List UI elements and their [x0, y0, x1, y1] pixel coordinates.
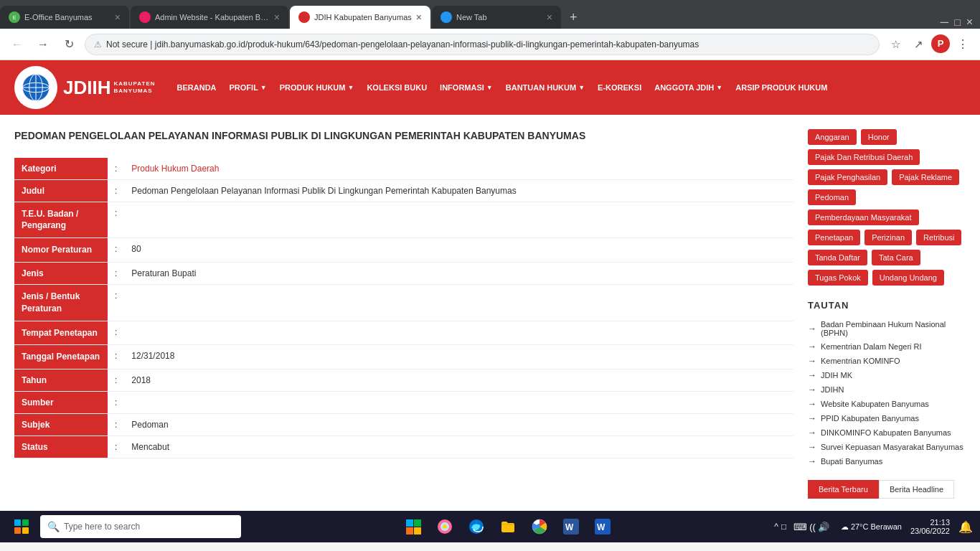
- colon-tempat: :: [108, 321, 124, 345]
- minimize-button[interactable]: ─: [941, 16, 948, 29]
- colon-subjek: :: [108, 414, 124, 436]
- svg-rect-10: [406, 519, 413, 527]
- tag-honor[interactable]: Honor: [861, 129, 897, 145]
- share-button[interactable]: ↗: [908, 34, 928, 55]
- system-tray: ^ □: [774, 522, 786, 532]
- table-row-jenis: Jenis : Peraturan Bupati: [14, 262, 793, 284]
- nav-ekoreksi[interactable]: E-KOREKSI: [598, 83, 641, 92]
- taskbar-icon-word[interactable]: W: [558, 514, 584, 540]
- tag-tugas-pokok[interactable]: Tugas Pokok: [808, 270, 868, 286]
- taskbar-icon-colorful1[interactable]: [432, 514, 458, 540]
- label-jenis-bentuk: Jenis / Bentuk Peraturan: [14, 284, 108, 321]
- toolbar-actions: ☆ ↗ P ⋮: [885, 34, 973, 55]
- system-tray-expand[interactable]: ^: [774, 522, 778, 532]
- svg-rect-13: [414, 527, 421, 534]
- nav-profil[interactable]: PROFIL ▼: [230, 83, 267, 92]
- tautan-jdihn[interactable]: →JDIHN: [808, 382, 966, 397]
- close-button[interactable]: ×: [966, 16, 973, 29]
- tautan-dinkominfo[interactable]: →DINKOMINFO Kabupaten Banyumas: [808, 425, 966, 440]
- taskbar-icon-chrome[interactable]: [527, 514, 552, 540]
- new-tab-button[interactable]: +: [562, 10, 585, 25]
- tab-admin[interactable]: Admin Website - Kabupaten Ban... ×: [131, 6, 288, 29]
- address-bar[interactable]: ⚠ Not secure | jdih.banyumaskab.go.id/pr…: [85, 34, 880, 55]
- value-tanggal: 12/31/2018: [124, 345, 793, 369]
- logo-text-block: JDIIH KABUPATEN BANYUMAS: [63, 78, 156, 97]
- nav-anggota-jdih[interactable]: ANGGOTA JDIH ▼: [654, 83, 722, 92]
- nav-informasi[interactable]: INFORMASI ▼: [440, 83, 493, 92]
- table-row-sumber: Sumber :: [14, 392, 793, 414]
- tag-pajak-reklame[interactable]: Pajak Reklame: [892, 169, 959, 185]
- tab-eoffice[interactable]: E E-Office Banyumas ×: [0, 6, 129, 29]
- berita-headline-tab[interactable]: Berita Headline: [879, 480, 954, 499]
- page-title: PEDOMAN PENGELOLAAN PELAYANAN INFORMASI …: [14, 129, 793, 143]
- taskbar-icon-windows[interactable]: [400, 514, 426, 540]
- tautan-title: TAUTAN: [808, 300, 966, 311]
- tag-pajak-penghasilan[interactable]: Pajak Penghasilan: [808, 169, 887, 185]
- tautan-jdihmk[interactable]: →JDIH MK: [808, 368, 966, 382]
- site-header: JDIIH KABUPATEN BANYUMAS BERANDA PROFIL …: [0, 60, 980, 115]
- more-button[interactable]: ⋮: [953, 34, 973, 55]
- back-button[interactable]: ←: [7, 34, 27, 55]
- reload-button[interactable]: ↻: [59, 34, 79, 55]
- restore-button[interactable]: □: [954, 17, 960, 28]
- tag-pajak-retribusi[interactable]: Pajak Dan Retribusi Daerah: [808, 149, 920, 165]
- notification-icon[interactable]: 🔔: [958, 520, 973, 534]
- tab-close-jdih[interactable]: ×: [416, 11, 422, 23]
- tautan-survei[interactable]: →Survei Kepuasan Masyarakat Banyumas: [808, 440, 966, 454]
- tab-close-eoffice[interactable]: ×: [115, 11, 121, 23]
- arrow-icon-website: →: [808, 399, 816, 409]
- tautan-website-kab[interactable]: →Website Kabupaten Banyumas: [808, 397, 966, 411]
- svg-rect-12: [406, 527, 413, 534]
- network-icon[interactable]: ((: [809, 522, 816, 532]
- taskbar-icon-edge[interactable]: [463, 514, 489, 540]
- tag-anggaran[interactable]: Anggaran: [808, 129, 857, 145]
- colon-jenis-bentuk: :: [108, 284, 124, 321]
- tab-newtab[interactable]: New Tab ×: [432, 6, 561, 29]
- tag-pemberdayaan[interactable]: Pemberdayaan Masyarakat: [808, 209, 919, 225]
- tag-tata-cara[interactable]: Tata Cara: [872, 250, 920, 265]
- value-status: Mencabut: [124, 436, 793, 458]
- tautan-kominfo[interactable]: →Kementrian KOMINFO: [808, 354, 966, 368]
- taskbar-icon-word2[interactable]: W: [590, 514, 616, 540]
- tautan-ppid[interactable]: →PPID Kabupaten Banyumas: [808, 411, 966, 425]
- link-kategori[interactable]: Produk Hukum Daerah: [131, 164, 219, 174]
- value-judul: Pedoman Pengelolaan Pelayanan Informasi …: [124, 179, 793, 202]
- tag-perizinan[interactable]: Perizinan: [864, 230, 912, 245]
- arrow-icon-bphn: →: [808, 324, 816, 334]
- weather-temp: ☁ 27°C Berawan: [841, 522, 902, 532]
- value-teu: [124, 202, 793, 238]
- main-content: PEDOMAN PENGELOLAAN PELAYANAN INFORMASI …: [0, 115, 980, 511]
- tautan-bupati[interactable]: →Bupati Banyumas: [808, 454, 966, 468]
- tautan-kemendagri[interactable]: →Kementrian Dalam Negeri RI: [808, 339, 966, 354]
- nav-arsip[interactable]: ARSIP PRODUK HUKUM: [735, 83, 827, 92]
- tag-penetapan[interactable]: Penetapan: [808, 230, 860, 245]
- tab-close-newtab[interactable]: ×: [547, 11, 552, 23]
- tautan-bphn[interactable]: →Badan Pembinaan Hukum Nasional (BPHN): [808, 318, 966, 339]
- nav-koleksi-buku[interactable]: KOLEKSI BUKU: [367, 83, 427, 92]
- content-left: PEDOMAN PENGELOLAAN PELAYANAN INFORMASI …: [14, 129, 793, 499]
- profile-button[interactable]: P: [931, 34, 950, 53]
- table-row-judul: Judul : Pedoman Pengelolaan Pelayanan In…: [14, 179, 793, 202]
- start-button[interactable]: [7, 511, 36, 542]
- taskbar-icon-folder[interactable]: [495, 514, 521, 540]
- tag-pedoman[interactable]: Pedoman: [808, 189, 856, 205]
- tab-close-admin[interactable]: ×: [274, 11, 280, 23]
- weather-widget[interactable]: ☁ 27°C Berawan: [841, 522, 902, 532]
- bookmark-star-button[interactable]: ☆: [885, 34, 905, 55]
- tag-retribusi[interactable]: Retribusi: [916, 230, 961, 245]
- volume-icon[interactable]: 🔊: [818, 522, 829, 532]
- tab-title-newtab: New Tab: [456, 13, 542, 22]
- nav-bantuan-hukum[interactable]: BANTUAN HUKUM ▼: [506, 83, 585, 92]
- tag-undang-undang[interactable]: Undang Undang: [872, 270, 944, 286]
- label-tanggal: Tanggal Penetapan: [14, 345, 108, 369]
- forward-button[interactable]: →: [33, 34, 53, 55]
- tab-jdih[interactable]: JDIH Kabupaten Banyumas ×: [290, 6, 430, 29]
- taskbar-search[interactable]: 🔍 Type here to search: [40, 515, 241, 538]
- tag-tanda-daftar[interactable]: Tanda Daftar: [808, 250, 867, 265]
- label-teu: T.E.U. Badan / Pengarang: [14, 202, 108, 238]
- berita-terbaru-tab[interactable]: Berita Terbaru: [808, 480, 879, 499]
- browser-toolbar: ← → ↻ ⚠ Not secure | jdih.banyumaskab.go…: [0, 29, 980, 60]
- nav-beranda[interactable]: BERANDA: [177, 83, 217, 92]
- clock-widget[interactable]: 21:13 23/06/2022: [910, 518, 950, 535]
- nav-produk-hukum[interactable]: PRODUK HUKUM ▼: [280, 83, 354, 92]
